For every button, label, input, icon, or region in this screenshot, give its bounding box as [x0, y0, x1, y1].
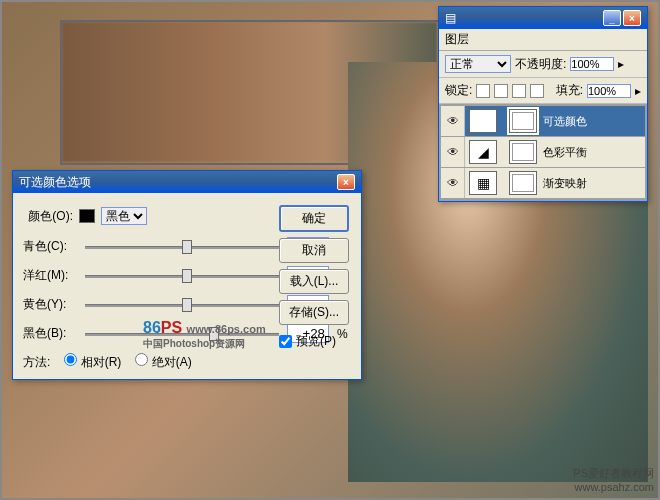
watermark-logo: 86PS www.86ps.com 中国Photoshop资源网 — [143, 319, 266, 351]
layers-titlebar[interactable]: ▤ _ × — [439, 7, 647, 29]
visibility-eye-icon[interactable]: 👁 — [441, 168, 465, 198]
relative-radio[interactable]: 相对(R) — [64, 353, 121, 371]
slider-label: 青色(C): — [23, 238, 77, 255]
ok-button[interactable]: 确定 — [279, 205, 349, 232]
visibility-eye-icon[interactable]: 👁 — [441, 137, 465, 167]
chevron-right-icon[interactable]: ▸ — [618, 57, 624, 71]
adjustment-thumb: ◢ — [469, 140, 497, 164]
fill-input[interactable] — [587, 84, 631, 98]
layer-name: 色彩平衡 — [541, 145, 587, 160]
layers-tab[interactable]: 图层 — [439, 29, 647, 51]
layer-row[interactable]: 👁◑可选颜色 — [441, 106, 645, 136]
chevron-right-icon[interactable]: ▸ — [635, 84, 641, 98]
visibility-eye-icon[interactable]: 👁 — [441, 106, 465, 136]
opacity-label: 不透明度: — [515, 56, 566, 73]
adjustment-thumb: ◑ — [469, 109, 497, 133]
lock-pixels-icon[interactable] — [494, 84, 508, 98]
opacity-input[interactable] — [570, 57, 614, 71]
mask-thumb[interactable] — [509, 109, 537, 133]
dialog-title: 可选颜色选项 — [19, 174, 91, 191]
lock-all-icon[interactable] — [530, 84, 544, 98]
method-label: 方法: — [23, 354, 50, 371]
layer-name: 渐变映射 — [541, 176, 587, 191]
load-button[interactable]: 载入(L)... — [279, 269, 349, 294]
lock-position-icon[interactable] — [512, 84, 526, 98]
cancel-button[interactable]: 取消 — [279, 238, 349, 263]
blend-mode-select[interactable]: 正常 — [445, 55, 511, 73]
slider-track[interactable] — [85, 238, 279, 256]
absolute-radio[interactable]: 绝对(A) — [135, 353, 191, 371]
slider-label: 黄色(Y): — [23, 296, 77, 313]
color-select[interactable]: 黑色 — [101, 207, 147, 225]
layer-row[interactable]: 👁▦渐变映射 — [441, 168, 645, 198]
color-label: 颜色(O): — [23, 208, 73, 225]
lock-label: 锁定: — [445, 82, 472, 99]
site-watermark: PS爱好者教程网 www.psahz.com — [573, 466, 654, 494]
close-icon[interactable]: × — [337, 174, 355, 190]
link-icon — [501, 171, 509, 195]
selective-color-dialog: 可选颜色选项 × 颜色(O): 黑色 青色(C):%洋红(M):%黄色(Y):%… — [12, 170, 362, 380]
color-swatch — [79, 209, 95, 223]
slider-track[interactable] — [85, 267, 279, 285]
fill-label: 填充: — [556, 82, 583, 99]
mask-thumb[interactable] — [509, 140, 537, 164]
dialog-titlebar[interactable]: 可选颜色选项 × — [13, 171, 361, 193]
link-icon — [501, 140, 509, 164]
layer-name: 可选颜色 — [541, 114, 587, 129]
save-button[interactable]: 存储(S)... — [279, 300, 349, 325]
lock-transparency-icon[interactable] — [476, 84, 490, 98]
layer-row[interactable]: 👁◢色彩平衡 — [441, 137, 645, 167]
link-icon — [501, 109, 509, 133]
minimize-icon[interactable]: _ — [603, 10, 621, 26]
slider-label: 洋红(M): — [23, 267, 77, 284]
close-icon[interactable]: × — [623, 10, 641, 26]
layers-panel: ▤ _ × 图层 正常 不透明度: ▸ 锁定: 填充: ▸ 👁◑可选颜色👁◢色彩… — [438, 6, 648, 202]
adjustment-thumb: ▦ — [469, 171, 497, 195]
image-frame — [60, 20, 440, 165]
palette-grip-icon: ▤ — [445, 11, 456, 25]
preview-checkbox[interactable]: 预览(P) — [279, 333, 349, 350]
slider-track[interactable] — [85, 296, 279, 314]
slider-label: 黑色(B): — [23, 325, 77, 342]
mask-thumb[interactable] — [509, 171, 537, 195]
